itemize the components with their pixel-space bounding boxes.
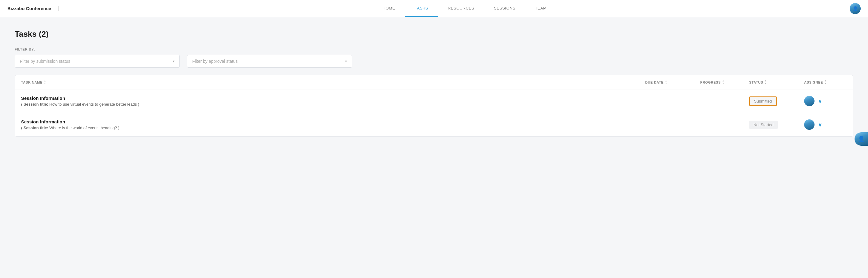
nav-tasks[interactable]: TASKS [405, 0, 438, 17]
expand-icon[interactable]: ∨ [818, 122, 822, 128]
assignee-cell: ∨ [804, 96, 847, 106]
sort-icon[interactable]: ▲▼ [824, 80, 827, 85]
task-info: Session Information ( Session title: Whe… [21, 119, 645, 130]
sidebar-avatar[interactable]: 👤 [855, 132, 868, 146]
nav-sessions[interactable]: SESSIONS [484, 0, 525, 17]
brand-name: Bizzabo Conference [7, 6, 59, 11]
nav-team[interactable]: TEAM [525, 0, 556, 17]
col-assignee: ASSIGNEE ▲▼ [804, 80, 847, 85]
table-row: Session Information ( Session title: Whe… [15, 113, 853, 136]
task-info: Session Information ( Session title: How… [21, 95, 645, 107]
col-task-name: TASK NAME ▲▼ [21, 80, 645, 85]
page-title: Tasks (2) [15, 29, 853, 39]
table-row: Session Information ( Session title: How… [15, 89, 853, 113]
sort-icon[interactable]: ▲▼ [44, 80, 46, 85]
task-status: Not Started [749, 121, 804, 129]
nav-resources[interactable]: RESOURCES [438, 0, 484, 17]
filter-row: Filter by submission status ▾ Filter by … [15, 55, 853, 68]
nav-links: HOME TASKS RESOURCES SESSIONS TEAM [68, 0, 861, 17]
sort-icon[interactable]: ▲▼ [722, 80, 725, 85]
approval-filter-label: Filter by approval status [192, 59, 238, 64]
approval-status-filter[interactable]: Filter by approval status ▾ [187, 55, 352, 68]
avatar [804, 96, 814, 106]
sort-icon[interactable]: ▲▼ [765, 80, 767, 85]
col-progress: PROGRESS ▲▼ [700, 80, 749, 85]
navigation: Bizzabo Conference HOME TASKS RESOURCES … [0, 0, 868, 17]
status-badge[interactable]: Not Started [749, 121, 778, 129]
assignee-cell: ∨ [804, 119, 847, 130]
task-subtitle: ( Session title: Where is the world of e… [21, 126, 645, 130]
submission-filter-label: Filter by submission status [20, 59, 70, 64]
main-content: Tasks (2) FILTER BY: Filter by submissio… [0, 17, 868, 149]
user-avatar[interactable]: 👤 [850, 3, 861, 14]
nav-home[interactable]: HOME [373, 0, 405, 17]
task-name: Session Information [21, 95, 645, 101]
chevron-down-icon: ▾ [345, 59, 347, 63]
submission-status-filter[interactable]: Filter by submission status ▾ [15, 55, 180, 68]
avatar [804, 119, 814, 130]
col-due-date: DUE DATE ▲▼ [645, 80, 700, 85]
table-header: TASK NAME ▲▼ DUE DATE ▲▼ PROGRESS ▲▼ STA… [15, 75, 853, 89]
task-subtitle: ( Session title: How to use virtual even… [21, 102, 645, 107]
expand-icon[interactable]: ∨ [818, 98, 822, 104]
task-name: Session Information [21, 119, 645, 124]
task-status: Submitted [749, 96, 804, 106]
filter-section: FILTER BY: Filter by submission status ▾… [15, 48, 853, 68]
col-status: STATUS ▲▼ [749, 80, 804, 85]
sort-icon[interactable]: ▲▼ [665, 80, 668, 85]
status-badge[interactable]: Submitted [749, 96, 777, 106]
tasks-table: TASK NAME ▲▼ DUE DATE ▲▼ PROGRESS ▲▼ STA… [15, 75, 853, 137]
chevron-down-icon: ▾ [173, 59, 175, 63]
filter-label: FILTER BY: [15, 48, 853, 51]
